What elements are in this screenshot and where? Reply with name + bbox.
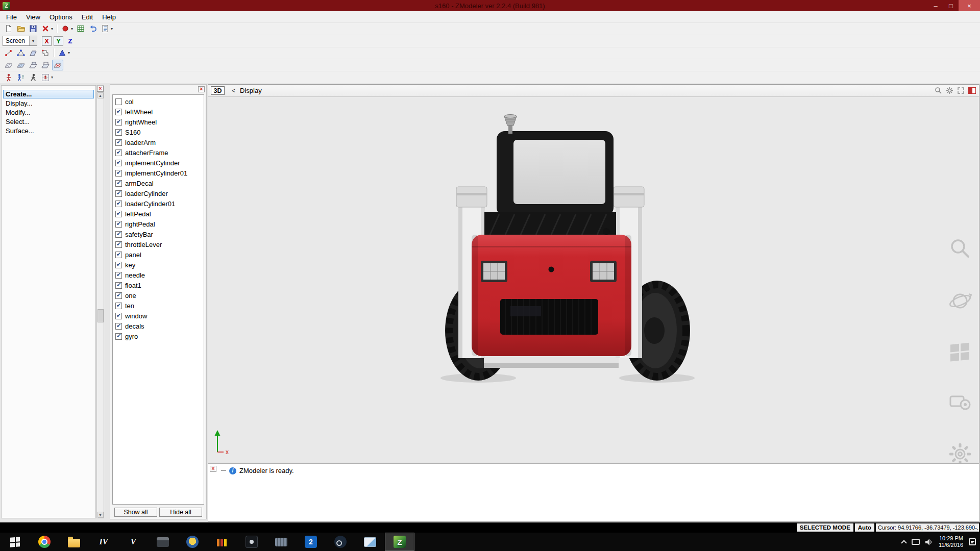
menu-item-help[interactable]: Help (97, 12, 120, 22)
grid-view-3-button[interactable] (28, 60, 39, 70)
object-checkbox-loaderCylinder[interactable] (115, 190, 122, 197)
object-row-needle[interactable]: needle (113, 270, 204, 280)
overlay-search-icon[interactable] (948, 237, 972, 260)
axis-button-z[interactable]: Z (65, 36, 75, 46)
object-row-rightWheel[interactable]: rightWheel (113, 117, 204, 127)
object-checkbox-rightPedal[interactable] (115, 221, 122, 228)
menu-item-edit[interactable]: Edit (77, 12, 97, 22)
grid-view-5-button[interactable] (52, 60, 63, 70)
engine-deck[interactable] (484, 212, 616, 236)
scroll-up-icon[interactable]: ▲ (97, 92, 104, 98)
log-panel-close-button[interactable]: × (210, 466, 216, 472)
object-checkbox-key[interactable] (115, 262, 122, 268)
objects-panel-close-button[interactable]: × (198, 86, 205, 92)
taskbar-app-image-viewer[interactable] (355, 533, 385, 551)
tray-expand-icon[interactable] (901, 540, 906, 545)
taskbar-app-game-truck[interactable] (148, 533, 178, 551)
auto-indicator[interactable]: Auto (855, 523, 874, 532)
object-row-leftPedal[interactable]: leftPedal (113, 209, 204, 219)
object-checkbox-leftWheel[interactable] (115, 109, 122, 115)
viewport-expand-icon[interactable] (957, 87, 965, 94)
taskbar-app-zmodeler[interactable]: Z (385, 533, 414, 551)
object-checkbox-panel[interactable] (115, 252, 122, 258)
object-row-decals[interactable]: decals (113, 321, 204, 331)
object-checkbox-throttleLever[interactable] (115, 241, 122, 248)
taskbar-app-game-dark[interactable] (237, 533, 266, 551)
skeleton-button[interactable] (15, 72, 27, 83)
tray-display-icon[interactable] (912, 539, 920, 545)
taskbar-app-steam[interactable] (326, 533, 355, 551)
object-checkbox-col[interactable] (115, 98, 122, 105)
taskbar-app-tool-blue[interactable] (266, 533, 296, 551)
command-item-surface[interactable]: Surface... (3, 127, 94, 135)
axis-button-y[interactable]: Y (54, 36, 63, 46)
scroll-track[interactable] (97, 99, 104, 511)
overlay-orbit-icon[interactable] (948, 289, 972, 313)
viewport-mode-button[interactable]: 3D (211, 86, 225, 95)
show-all-button[interactable]: Show all (114, 508, 157, 517)
engine-cover-red[interactable] (472, 235, 631, 356)
object-checkbox-needle[interactable] (115, 272, 122, 279)
material-caret-icon[interactable]: ▾ (71, 27, 73, 31)
bones-button[interactable] (3, 72, 14, 83)
viewport-back-arrow[interactable]: < (232, 87, 235, 94)
primitive-caret-icon[interactable]: ▾ (68, 51, 70, 55)
object-checkbox-ten[interactable] (115, 303, 122, 309)
object-row-ten[interactable]: ten (113, 300, 204, 311)
object-row-safetyBar[interactable]: safetyBar (113, 229, 204, 239)
command-item-create[interactable]: Create... (3, 90, 94, 98)
object-row-attacherFrame[interactable]: attacherFrame (113, 147, 204, 158)
toolbar-overflow-caret-icon[interactable]: ▾ (111, 27, 113, 31)
morph-button[interactable] (40, 72, 51, 83)
animation-caret-icon[interactable]: ▾ (51, 75, 53, 80)
object-row-implementCylinder[interactable]: implementCylinder (113, 158, 204, 168)
object-checkbox-attacherFrame[interactable] (115, 149, 122, 156)
object-row-panel[interactable]: panel (113, 249, 204, 260)
viewport-3d[interactable]: 3D < Display (208, 84, 979, 463)
viewport-view-name[interactable]: Display (240, 87, 262, 94)
scroll-thumb[interactable] (97, 309, 104, 322)
viewport-maximize-icon[interactable] (968, 87, 976, 94)
grid-view-4-button[interactable] (40, 60, 51, 70)
object-checkbox-loaderCylinder01[interactable] (115, 201, 122, 207)
object-row-leftWheel[interactable]: leftWheel (113, 107, 204, 117)
save-button[interactable] (28, 23, 39, 34)
undo-button[interactable] (87, 23, 99, 34)
overlay-windows-icon[interactable] (948, 340, 972, 364)
object-row-rightPedal[interactable]: rightPedal (113, 219, 204, 229)
viewport-header[interactable]: 3D < Display (208, 85, 979, 97)
taskbar-app-gta-iv[interactable]: IV (89, 533, 118, 551)
edges-level-button[interactable] (15, 47, 27, 58)
object-checkbox-implementCylinder01[interactable] (115, 170, 122, 177)
object-row-throttleLever[interactable]: throttleLever (113, 239, 204, 249)
action-center-icon[interactable] (969, 538, 976, 545)
viewport-zoom-icon[interactable] (935, 87, 942, 94)
object-checkbox-rightWheel[interactable] (115, 119, 122, 126)
object-row-S160[interactable]: S160 (113, 127, 204, 137)
object-row-loaderCylinder[interactable]: loaderCylinder (113, 188, 204, 198)
object-row-armDecal[interactable]: armDecal (113, 178, 204, 188)
right-tail-light[interactable] (590, 261, 617, 282)
left-tail-light[interactable] (481, 261, 507, 282)
faces-level-button[interactable] (28, 47, 39, 58)
command-item-modify[interactable]: Modify... (3, 108, 94, 117)
object-row-implementCylinder01[interactable]: implementCylinder01 (113, 168, 204, 178)
viewport-canvas[interactable]: x (208, 97, 979, 463)
object-checkbox-leftPedal[interactable] (115, 211, 122, 217)
texture-browser-button[interactable] (75, 23, 86, 34)
tray-volume-icon[interactable] (925, 539, 933, 545)
menu-item-file[interactable]: File (2, 12, 21, 22)
taskbar-app-file-explorer[interactable] (59, 533, 89, 551)
cab[interactable] (497, 131, 614, 216)
object-row-float1[interactable]: float1 (113, 280, 204, 290)
delete-caret-icon[interactable]: ▾ (51, 27, 53, 31)
start-button[interactable] (0, 533, 30, 551)
overlay-gear-icon[interactable] (948, 442, 972, 463)
new-file-button[interactable] (3, 23, 14, 34)
object-row-gyro[interactable]: gyro (113, 331, 204, 341)
grid-view-1-button[interactable] (3, 60, 14, 70)
menu-item-view[interactable]: View (21, 12, 45, 22)
object-checkbox-decals[interactable] (115, 323, 122, 330)
taskbar-app-chrome[interactable] (30, 533, 59, 551)
object-row-loaderCylinder01[interactable]: loaderCylinder01 (113, 198, 204, 209)
